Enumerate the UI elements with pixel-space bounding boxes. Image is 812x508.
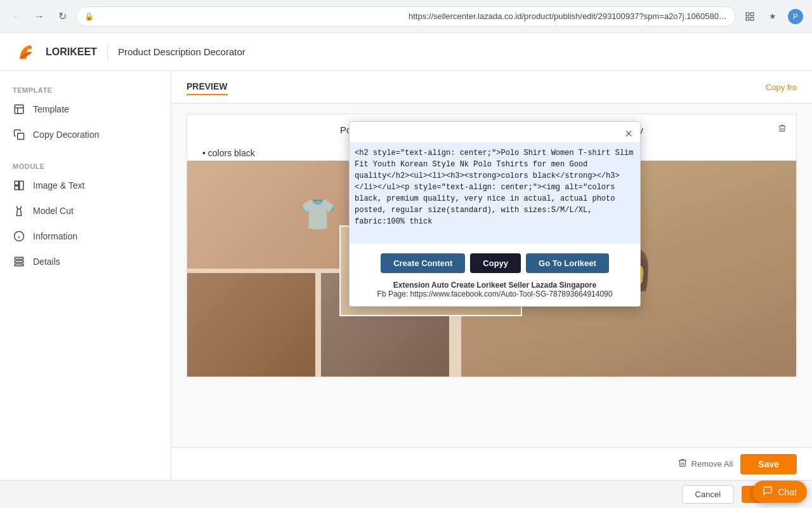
remove-all-label: Remove All bbox=[691, 459, 733, 469]
chat-button[interactable]: Chat bbox=[752, 481, 807, 503]
image-text-icon bbox=[13, 179, 25, 192]
sidebar-item-information-label: Information bbox=[33, 231, 77, 241]
svg-rect-2 bbox=[746, 17, 749, 20]
app-body: TEMPLATE Template Copy Decoration MODULE… bbox=[0, 71, 812, 480]
sidebar-item-template[interactable]: Template bbox=[0, 97, 171, 122]
popup-footer: Extension Auto Create Lorikeet Seller La… bbox=[350, 281, 640, 306]
sidebar-item-model-cut-label: Model Cut bbox=[33, 206, 74, 216]
logo-area: LORIKEET Product Description Decorator bbox=[15, 41, 246, 64]
model-cut-icon bbox=[13, 204, 25, 217]
sidebar-item-details[interactable]: Details bbox=[0, 249, 171, 274]
save-button[interactable]: Save bbox=[740, 454, 797, 474]
sidebar: TEMPLATE Template Copy Decoration MODULE… bbox=[0, 71, 171, 480]
popup-close-button[interactable]: × bbox=[620, 124, 638, 142]
details-icon bbox=[13, 255, 25, 268]
bottom-bar: Remove All Save bbox=[171, 447, 812, 480]
chat-label: Chat bbox=[778, 487, 797, 497]
svg-rect-16 bbox=[15, 261, 23, 263]
popup-dialog: × Create Content Copyy Go To Lorikeet Ex… bbox=[349, 121, 641, 307]
sidebar-item-details-label: Details bbox=[33, 257, 60, 267]
sidebar-item-template-label: Template bbox=[33, 104, 69, 114]
logo-brand-text: LORIKEET bbox=[46, 46, 97, 58]
sidebar-item-image-text[interactable]: Image & Text bbox=[0, 173, 171, 198]
footer-bar: Cancel Publish bbox=[0, 480, 812, 508]
refresh-button[interactable]: ↻ bbox=[53, 8, 71, 25]
copy-icon bbox=[13, 128, 25, 141]
svg-rect-17 bbox=[15, 264, 23, 266]
create-content-button[interactable]: Create Content bbox=[381, 253, 465, 273]
svg-rect-8 bbox=[18, 133, 24, 140]
popup-textarea[interactable] bbox=[350, 142, 640, 244]
trash-icon bbox=[678, 458, 688, 470]
sidebar-item-information[interactable]: Information bbox=[0, 224, 171, 249]
content-header: PREVIEW Copy fro bbox=[171, 71, 812, 104]
svg-rect-9 bbox=[15, 181, 18, 185]
popup-actions: Create Content Copyy Go To Lorikeet bbox=[350, 246, 640, 281]
sidebar-item-copy-decoration[interactable]: Copy Decoration bbox=[0, 122, 171, 147]
sidebar-item-copy-label: Copy Decoration bbox=[33, 130, 99, 140]
forward-button[interactable]: → bbox=[30, 8, 48, 25]
back-button[interactable]: ← bbox=[8, 8, 25, 25]
url-bar[interactable]: 🔒 https://sellercenter.lazada.co.id/prod… bbox=[76, 6, 736, 27]
app-container: LORIKEET Product Description Decorator T… bbox=[0, 33, 812, 508]
svg-rect-1 bbox=[750, 13, 754, 16]
popup-fb-page: Fb Page: https://www.facebook.com/Auto-T… bbox=[357, 290, 632, 298]
app-title: Product Description Decorator bbox=[118, 46, 246, 57]
url-text: https://sellercenter.lazada.co.id/produc… bbox=[409, 11, 728, 21]
go-to-lorikeet-button[interactable]: Go To Lorikeet bbox=[526, 253, 609, 273]
template-icon bbox=[13, 103, 25, 116]
svg-rect-5 bbox=[15, 105, 23, 114]
svg-point-4 bbox=[29, 46, 32, 49]
svg-rect-0 bbox=[746, 13, 749, 16]
sidebar-item-image-text-label: Image & Text bbox=[33, 180, 84, 190]
lorikeet-logo bbox=[15, 41, 38, 64]
svg-rect-10 bbox=[20, 181, 23, 190]
popup-header: × bbox=[350, 122, 640, 142]
preview-area: Polo Shirt Women T-shirt Slim Fit Youth … bbox=[171, 104, 812, 447]
remove-all-button[interactable]: Remove All bbox=[678, 458, 733, 470]
chat-icon bbox=[763, 486, 773, 498]
cancel-button[interactable]: Cancel bbox=[682, 485, 734, 504]
template-section-title: TEMPLATE bbox=[0, 81, 171, 97]
info-icon bbox=[13, 230, 25, 243]
copy-button[interactable]: Copyy bbox=[470, 253, 521, 273]
svg-rect-15 bbox=[15, 257, 23, 259]
svg-rect-3 bbox=[750, 17, 754, 20]
main-content: PREVIEW Copy fro Polo Shirt Women T-shir… bbox=[171, 71, 812, 480]
popup-footer-text: Extension Auto Create Lorikeet Seller La… bbox=[357, 281, 632, 290]
extensions-button[interactable] bbox=[741, 8, 759, 25]
browser-bar: ← → ↻ 🔒 https://sellercenter.lazada.co.i… bbox=[0, 0, 812, 33]
browser-right-icons: ★ P bbox=[741, 8, 804, 25]
module-section-title: MODULE bbox=[0, 157, 171, 173]
preview-tab[interactable]: PREVIEW bbox=[187, 79, 228, 95]
app-header: LORIKEET Product Description Decorator bbox=[0, 33, 812, 71]
card-delete-button[interactable] bbox=[773, 119, 791, 137]
svg-rect-11 bbox=[15, 186, 18, 190]
collage-bottom-left-1 bbox=[187, 273, 315, 377]
copy-from-link[interactable]: Copy fro bbox=[766, 83, 797, 92]
logo-divider bbox=[107, 43, 108, 62]
profile-button[interactable]: P bbox=[787, 8, 804, 25]
lock-icon: 🔒 bbox=[84, 12, 403, 21]
bookmark-button[interactable]: ★ bbox=[764, 8, 782, 25]
sidebar-item-model-cut[interactable]: Model Cut bbox=[0, 198, 171, 224]
